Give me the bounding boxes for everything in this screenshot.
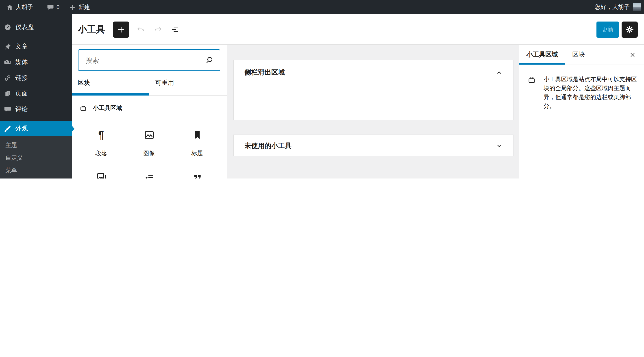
sidebar-item-main-3[interactable]: 页面: [0, 86, 72, 101]
list-view-icon: [170, 24, 180, 34]
submenu-item-1[interactable]: 自定义: [0, 152, 72, 164]
site-menu-item[interactable]: 大胡子: [3, 0, 36, 14]
list-icon: [143, 167, 155, 178]
chevron-up-icon: [495, 68, 503, 76]
block-search-box: [78, 49, 220, 71]
settings-sidebar: 小工具区域 区块 小工具区域是站点布局中可以支持区块的全局部分。这些区域因主题而…: [519, 45, 644, 178]
site-name: 大胡子: [16, 3, 33, 11]
list-view-button[interactable]: [167, 21, 183, 38]
sidebar-item-main-4[interactable]: 评论: [0, 101, 72, 117]
tab-widget-area-label: 小工具区域: [526, 51, 558, 59]
block-search-input[interactable]: [85, 56, 204, 64]
dashboard-icon: [4, 23, 12, 32]
home-icon: [6, 3, 14, 11]
plus-icon: [68, 3, 76, 11]
sidebar-item-main-0[interactable]: 文章: [0, 38, 72, 54]
comments-menu-item[interactable]: 0: [44, 0, 62, 14]
menu-separator: [0, 35, 72, 38]
block-inserter-toggle-button[interactable]: [113, 21, 129, 38]
widget-area-title: 未使用的小工具: [244, 142, 292, 150]
sidebar-item-appearance[interactable]: 外观: [0, 121, 72, 136]
admin-bar-left: 大胡子 0 新建: [0, 0, 92, 14]
widget-area-card-header[interactable]: 未使用的小工具: [234, 135, 513, 156]
block-item-图像[interactable]: 图像: [125, 124, 173, 167]
sidebar-item-dashboard[interactable]: 仪表盘: [0, 20, 72, 35]
sidebar-item-label: 页面: [15, 90, 28, 98]
update-button[interactable]: 更新: [596, 21, 619, 38]
block-label: 标题: [191, 149, 203, 158]
image-icon: [143, 129, 155, 141]
quote-icon: [191, 167, 203, 178]
widget-area-card-header[interactable]: 侧栏滑出区域: [234, 60, 513, 77]
link-icon: [4, 74, 12, 82]
widget-area-icon: [80, 104, 87, 112]
gallery-icon: [95, 167, 107, 178]
gallery-icon: [95, 172, 107, 178]
appearance-icon: [4, 124, 12, 132]
tab-block[interactable]: 区块: [565, 45, 592, 64]
menu-separator: [0, 117, 72, 121]
tab-reusable-label: 可重用: [155, 79, 174, 87]
block-item-标题[interactable]: 标题: [173, 124, 221, 167]
search-icon: [204, 55, 214, 65]
settings-tabs: 小工具区域 区块: [519, 45, 644, 65]
tab-widget-area[interactable]: 小工具区域: [519, 45, 565, 64]
pushpin-icon: [4, 42, 12, 50]
block-item-画廊[interactable]: 画廊: [77, 167, 125, 178]
undo-icon: [136, 24, 146, 34]
new-content-menu-item[interactable]: 新建: [66, 0, 92, 14]
blocks-grid: ¶段落图像标题画廊列表引语[/]短代码文章归档♪音频按钮日历分类目录代码栏目封面: [77, 124, 221, 178]
widget-area-description-block: 小工具区域是站点布局中可以支持区块的全局部分。这些区域因主题而异，但通常都是您的…: [519, 65, 644, 111]
submenu-item-0[interactable]: 主题: [0, 139, 72, 152]
comments-count: 0: [56, 4, 60, 10]
avatar[interactable]: [633, 3, 641, 11]
tab-blocks-label: 区块: [78, 79, 90, 87]
list-icon: [143, 172, 155, 178]
paragraph-icon: ¶: [98, 130, 104, 140]
sidebar-item-label: 文章: [15, 42, 28, 50]
appearance-submenu: 主题自定义菜单小工具主题编辑器: [0, 136, 72, 178]
sidebar-item-main-1[interactable]: 媒体: [0, 54, 72, 70]
widget-area-card-1: 未使用的小工具: [233, 134, 514, 156]
tab-reusable[interactable]: 可重用: [149, 71, 227, 95]
inserter-tabs: 区块 可重用: [72, 71, 227, 96]
block-inserter-panel: 区块 可重用 小工具区域 ¶段落图像标题画廊列表引语[/]短代码文章归档♪音频按…: [72, 45, 227, 178]
widget-area-icon: [528, 76, 536, 84]
image-icon: [143, 124, 155, 146]
quote-icon: [191, 172, 203, 178]
sidebar-item-label: 外观: [15, 124, 28, 132]
admin-bar-right: 您好，大胡子: [595, 3, 644, 11]
current-item-arrow: [72, 125, 74, 132]
admin-bar: 大胡子 0 新建 您好，大胡子: [0, 0, 644, 14]
user-greeting[interactable]: 您好，大胡子: [595, 3, 630, 11]
close-settings-button[interactable]: [624, 45, 640, 64]
settings-toggle-button[interactable]: [622, 21, 638, 38]
widget-area-card-0: 侧栏滑出区域: [233, 60, 514, 120]
media-icon: [4, 58, 12, 66]
widget-area-section-title: 小工具区域: [93, 104, 122, 112]
plus-icon: [116, 24, 126, 34]
widget-area-section-header: 小工具区域: [80, 103, 227, 114]
sidebar-item-label: 媒体: [15, 58, 28, 66]
submenu-item-3[interactable]: 小工具: [0, 177, 72, 178]
paragraph-icon: ¶: [98, 124, 104, 146]
submenu-item-2[interactable]: 菜单: [0, 164, 72, 177]
block-label: 图像: [143, 149, 155, 158]
admin-menu: 仪表盘文章媒体链接页面评论外观主题自定义菜单小工具主题编辑器插件用户工具设置Gu…: [0, 20, 72, 178]
comment-icon: [4, 105, 12, 113]
tab-blocks[interactable]: 区块: [72, 71, 149, 95]
sidebar-item-label: 评论: [15, 105, 28, 113]
sidebar-item-main-2[interactable]: 链接: [0, 70, 72, 86]
block-item-列表[interactable]: 列表: [125, 167, 173, 178]
block-item-引语[interactable]: 引语: [173, 167, 221, 178]
chevron-down-icon: [495, 142, 503, 150]
redo-button[interactable]: [150, 21, 166, 38]
page-title: 小工具: [78, 23, 105, 36]
new-label: 新建: [78, 3, 90, 11]
block-item-段落[interactable]: ¶段落: [77, 124, 125, 167]
editor-header: 小工具 更新: [72, 14, 644, 45]
undo-button[interactable]: [133, 21, 149, 38]
tab-block-label: 区块: [572, 51, 585, 59]
widgets-canvas: 侧栏滑出区域未使用的小工具: [227, 45, 519, 178]
comment-bubble-icon: [47, 3, 54, 11]
